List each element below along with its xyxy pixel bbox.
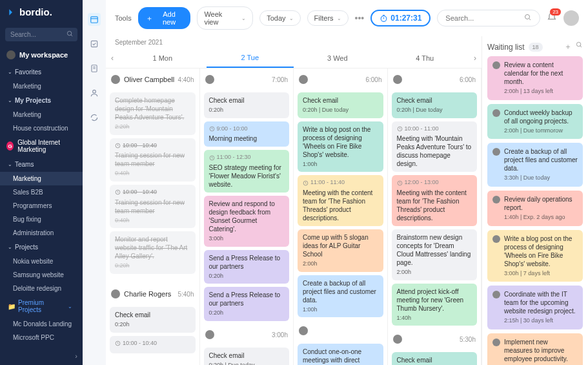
waiting-card[interactable]: Create a backup of all project files and… — [487, 143, 583, 187]
task-card[interactable]: Check email0:20h — [204, 92, 290, 118]
search-icon — [524, 14, 532, 23]
waiting-card[interactable]: Review daily operations report.1:40h | E… — [487, 191, 583, 226]
day-tab[interactable]: 4 Thu — [381, 49, 469, 67]
task-card[interactable]: Brainstorm new design concepts for 'Drea… — [392, 229, 478, 280]
task-card[interactable]: 9:00 - 10:00Morning meeting — [204, 121, 290, 147]
day-tab[interactable]: 2 Tue — [207, 48, 294, 68]
teams-section[interactable]: ⌄Teams — [0, 157, 83, 172]
task-card[interactable]: Send a Press Release to our partners0:20… — [204, 250, 290, 284]
person-row: Charlie Rogers5:40h — [110, 287, 196, 304]
people-icon[interactable] — [88, 87, 101, 99]
avatar-icon — [205, 330, 214, 339]
task-card[interactable]: 11:00 - 12:30SEO strategy meeting for 'F… — [204, 150, 290, 193]
task-card[interactable]: Write a blog post on the process of desi… — [298, 121, 383, 172]
sidebar-search[interactable] — [5, 28, 77, 41]
sidebar: bordio. My workspace ⌄Favorites Marketin… — [0, 0, 83, 365]
sidebar-item[interactable]: Sales B2B — [0, 185, 83, 199]
sidebar-item[interactable]: Administration — [0, 226, 83, 240]
top-search[interactable] — [437, 10, 540, 26]
task-card[interactable]: Monitor and report website traffic for '… — [110, 231, 196, 274]
avatar-icon — [492, 109, 500, 117]
my-projects-section[interactable]: ⌄My Projects — [0, 93, 83, 108]
waiting-card[interactable]: Implement new measures to improve employ… — [487, 333, 583, 365]
user-avatar[interactable] — [563, 10, 579, 26]
global-marketing-row[interactable]: G Global Internet Marketing — [0, 135, 83, 157]
plus-icon[interactable]: ＋ — [564, 41, 572, 52]
clock-icon: 10:00 - 10:40 — [115, 189, 190, 196]
calendar-icon[interactable] — [88, 13, 101, 26]
task-card[interactable]: Check email0:20h | Due today — [204, 348, 290, 365]
waiting-card[interactable]: Conduct weekly backup of all ongoing pro… — [487, 104, 583, 140]
svg-line-23 — [580, 46, 582, 47]
task-card[interactable]: Create a backup of all project files and… — [298, 275, 383, 318]
waiting-card[interactable]: Review a content calendar for the next m… — [487, 56, 583, 100]
sidebar-item[interactable]: Marketing — [0, 108, 83, 121]
task-card[interactable]: Check email0:20h | Due today — [298, 92, 383, 118]
sidebar-item[interactable]: Deloitte redesign — [0, 282, 83, 295]
more-icon[interactable]: ••• — [355, 13, 365, 23]
projects-section[interactable]: ⌄Projects — [0, 240, 83, 255]
refresh-icon[interactable] — [88, 111, 101, 124]
task-card[interactable]: Send a Press Release to our partners0:20… — [204, 287, 290, 321]
filters-select[interactable]: Filters⌄ — [307, 10, 349, 26]
logo: bordio. — [0, 0, 83, 24]
timer[interactable]: 01:27:31 — [370, 10, 431, 26]
workspace-row[interactable]: My workspace — [0, 45, 83, 65]
expand-icon[interactable]: › — [75, 352, 77, 360]
sidebar-item[interactable]: Mc Donalds Landing — [0, 317, 83, 331]
task-card[interactable]: Attend project kick-off meeting for new … — [392, 284, 478, 326]
today-select[interactable]: Today⌄ — [259, 10, 300, 26]
person-row: 6:00h — [392, 72, 478, 89]
task-card[interactable]: Check email0:20h — [110, 307, 196, 333]
person-row: 6:00h — [298, 72, 383, 89]
task-card[interactable]: 10:00 - 10:40Training session for new te… — [110, 185, 196, 228]
sidebar-item[interactable]: Samsung website — [0, 268, 83, 282]
waiting-card[interactable]: Coordinate with the IT team for the upco… — [487, 286, 583, 329]
svg-line-1 — [71, 35, 72, 36]
task-card[interactable]: Check email0:20h — [392, 352, 478, 365]
task-card[interactable]: 10:00 - 11:00Meeting with 'Mountain Peak… — [392, 121, 478, 172]
task-card[interactable]: Check email0:20h | Due today — [392, 92, 478, 118]
chevron-down-icon: ⌄ — [337, 16, 341, 21]
premium-section[interactable]: 📁 Premium Projects ⌄ — [0, 295, 83, 317]
sidebar-item[interactable]: House construction — [0, 121, 83, 135]
svg-line-13 — [529, 19, 531, 21]
checklist-icon[interactable] — [88, 37, 101, 50]
chevron-down-icon: ⌄ — [289, 16, 294, 21]
notification-badge: 23 — [550, 8, 561, 16]
avatar-icon — [492, 61, 500, 69]
sidebar-item[interactable]: Nokia website — [0, 255, 83, 268]
bell-icon[interactable]: 23 — [547, 12, 557, 24]
topbar: Tools ＋Add new Week view⌄ Today⌄ Filters… — [106, 0, 588, 36]
sidebar-item[interactable]: Microsoft PPC — [0, 331, 83, 344]
task-card[interactable]: 10:00 - 10:40 — [110, 336, 196, 353]
sidebar-item[interactable]: Marketing — [0, 172, 83, 185]
chevron-down-icon: ⌄ — [8, 162, 12, 167]
favorites-section[interactable]: ⌄Favorites — [0, 65, 83, 79]
sidebar-item[interactable]: Bug fixing — [0, 213, 83, 226]
avatar-icon — [393, 335, 402, 344]
waiting-card[interactable]: Write a blog post on the process of desi… — [487, 230, 583, 282]
week-view-select[interactable]: Week view⌄ — [197, 6, 253, 30]
prev-arrow[interactable]: ‹ — [106, 54, 119, 63]
task-card[interactable]: Review and respond to design feedback fr… — [204, 196, 290, 247]
day-column: Oliver Campbell4:40hComplete homepage de… — [106, 68, 200, 365]
note-icon[interactable] — [88, 62, 101, 75]
chevron-down-icon: ⌄ — [8, 244, 12, 250]
search-icon[interactable] — [576, 41, 583, 52]
add-button[interactable]: ＋Add new — [138, 7, 191, 29]
day-tab[interactable]: 3 Wed — [294, 49, 381, 67]
task-card[interactable]: Conduct one-on-one meetings with direct … — [298, 344, 383, 365]
task-card[interactable]: Come up with 5 slogan ideas for ALP Guit… — [298, 229, 383, 272]
person-row: 3:00h — [204, 328, 290, 344]
next-arrow[interactable]: › — [469, 54, 482, 63]
day-tab[interactable]: 1 Mon — [119, 49, 207, 67]
svg-point-12 — [525, 15, 530, 19]
task-card[interactable]: Complete homepage design for 'Mountain P… — [110, 92, 196, 135]
task-card[interactable]: 11:00 - 11:40Meeting with the content te… — [298, 175, 383, 226]
sidebar-item[interactable]: Programmers — [0, 199, 83, 213]
task-card[interactable]: 12:00 - 13:00Meeting with the content te… — [392, 175, 478, 226]
sidebar-item[interactable]: Marketing — [0, 79, 83, 93]
chevron-down-icon: ⌄ — [8, 98, 12, 103]
task-card[interactable]: 10:00 - 10:40Training session for new te… — [110, 138, 196, 182]
